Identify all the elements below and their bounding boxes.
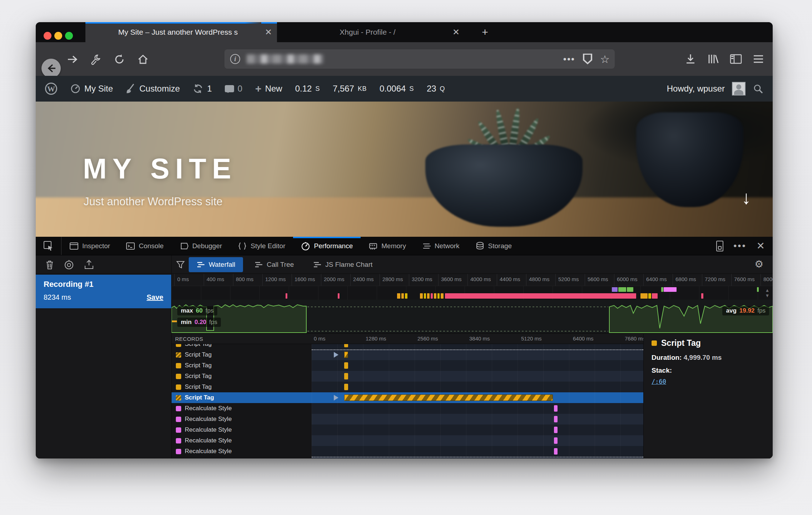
timeline-marker bbox=[401, 293, 404, 299]
record-waterfall-cell bbox=[312, 435, 643, 446]
page-actions-icon[interactable]: ••• bbox=[563, 54, 575, 65]
record-row[interactable]: Recalculate Style bbox=[172, 403, 643, 414]
tab-xhgui[interactable]: Xhgui - Profile - / ✕ bbox=[277, 22, 465, 42]
home-icon[interactable] bbox=[137, 54, 149, 65]
zoom-window-button[interactable] bbox=[65, 32, 73, 40]
timeline-marker bbox=[427, 293, 430, 299]
wp-admin-bar: W My Site Customize 1 0 + New 0.12S bbox=[36, 76, 773, 102]
record-label: Script Tag bbox=[185, 351, 212, 358]
url-text-blurred bbox=[247, 54, 323, 64]
overview-markers[interactable] bbox=[172, 286, 773, 300]
tab-my-site[interactable]: My Site – Just another WordPress s ✕ bbox=[85, 22, 277, 42]
detail-stack-label: Stack: bbox=[652, 367, 773, 374]
record-waterfall-cell bbox=[312, 425, 643, 435]
record-waterfall-cell bbox=[312, 344, 643, 349]
record-label: Script Tag bbox=[185, 362, 212, 369]
import-recording-icon[interactable] bbox=[84, 259, 94, 270]
devtools-tab-performance[interactable]: Performance bbox=[293, 237, 361, 255]
devtools-tab-console[interactable]: Console bbox=[118, 237, 172, 255]
info-icon[interactable]: i bbox=[230, 54, 240, 64]
record-row[interactable]: Script Tag bbox=[172, 382, 643, 392]
new-tab-button[interactable]: + bbox=[478, 26, 492, 39]
fps-graph[interactable]: max 60 fps min 0.20 fps avg 19.92 fps bbox=[172, 300, 773, 333]
avatar[interactable] bbox=[732, 82, 746, 95]
admin-item-label: New bbox=[265, 84, 282, 94]
overview-tick: 6400 ms bbox=[643, 274, 667, 286]
record-bar bbox=[344, 384, 348, 390]
record-row[interactable]: Script Tag bbox=[172, 371, 643, 382]
admin-item-comments[interactable]: 0 bbox=[225, 84, 242, 94]
record-bar bbox=[344, 362, 348, 369]
wrench-icon[interactable] bbox=[90, 54, 102, 65]
devtools-tab-memory[interactable]: Memory bbox=[361, 237, 414, 255]
view-tab-waterfall[interactable]: Waterfall bbox=[189, 257, 243, 272]
view-tab-js-flame-chart[interactable]: JS Flame Chart bbox=[305, 257, 380, 272]
close-window-button[interactable] bbox=[44, 32, 51, 40]
menu-icon[interactable] bbox=[753, 54, 764, 64]
record-type-swatch bbox=[176, 427, 181, 433]
stack-frame-link[interactable]: /:60 bbox=[652, 378, 773, 385]
bookmark-star-icon[interactable]: ☆ bbox=[600, 53, 610, 65]
download-icon[interactable] bbox=[685, 53, 696, 65]
scroll-down-arrow-icon[interactable]: ↓ bbox=[742, 187, 751, 208]
devtools-tab-style-editor[interactable]: Style Editor bbox=[230, 237, 293, 255]
memory-icon bbox=[368, 241, 378, 251]
howdy-label[interactable]: Howdy, wpuser bbox=[667, 84, 725, 94]
record-icon[interactable] bbox=[64, 259, 74, 270]
devtools-tab-storage[interactable]: Storage bbox=[467, 237, 520, 255]
overview-tick: 1600 ms bbox=[292, 274, 315, 286]
devtools-tab-debugger[interactable]: Debugger bbox=[172, 237, 230, 255]
devtools-tab-label: Network bbox=[435, 242, 460, 250]
recording-item[interactable]: Recording #1 8234 ms Save bbox=[36, 275, 171, 308]
library-icon[interactable] bbox=[707, 53, 719, 65]
record-row[interactable]: Script Tag bbox=[172, 349, 643, 360]
sidebar-icon[interactable] bbox=[730, 54, 742, 64]
pocket-icon[interactable] bbox=[583, 54, 592, 64]
save-recording-link[interactable]: Save bbox=[147, 293, 163, 301]
overview-tick: 3200 ms bbox=[409, 274, 432, 286]
clear-recordings-icon[interactable] bbox=[45, 259, 54, 270]
close-tab-icon[interactable]: ✕ bbox=[452, 28, 460, 36]
record-row[interactable]: Recalculate Style bbox=[172, 446, 643, 457]
admin-item-new[interactable]: + New bbox=[255, 83, 282, 95]
inspector-icon bbox=[69, 241, 79, 251]
view-tab-call-tree[interactable]: Call Tree bbox=[247, 257, 302, 272]
admin-item-updates[interactable]: 1 bbox=[193, 83, 212, 94]
expand-arrow-icon[interactable] bbox=[334, 395, 338, 401]
element-picker-button[interactable] bbox=[36, 237, 61, 255]
expand-arrow-icon[interactable] bbox=[334, 352, 338, 358]
devtools-tab-label: Style Editor bbox=[251, 242, 285, 250]
urlbar[interactable]: i ••• ☆ bbox=[224, 49, 615, 69]
reload-icon[interactable] bbox=[114, 54, 125, 65]
devtools-options-icon[interactable]: ••• bbox=[733, 240, 746, 251]
devtools-tab-inspector[interactable]: Inspector bbox=[61, 237, 118, 255]
admin-item-my-site[interactable]: My Site bbox=[70, 83, 113, 94]
overview-tick: 5200 ms bbox=[555, 274, 579, 286]
record-row[interactable]: Script Tag bbox=[172, 360, 643, 371]
overview-scroll-arrows[interactable]: ▲▼ bbox=[763, 287, 771, 299]
forward-icon[interactable] bbox=[66, 54, 78, 65]
timeline-marker bbox=[612, 287, 618, 292]
devtools-close-icon[interactable]: ✕ bbox=[757, 240, 765, 252]
devtools-tab-network[interactable]: Network bbox=[414, 237, 467, 255]
site-hero: MY SITE Just another WordPress site ↓ bbox=[36, 102, 773, 237]
admin-item-customize[interactable]: Customize bbox=[126, 83, 180, 94]
record-waterfall-cell bbox=[312, 371, 643, 382]
performance-settings-icon[interactable]: ⚙ bbox=[754, 258, 763, 270]
record-row[interactable]: Recalculate Style bbox=[172, 425, 643, 435]
minimize-window-button[interactable] bbox=[54, 32, 62, 40]
back-button[interactable] bbox=[41, 59, 61, 78]
record-row-selected[interactable]: Script Tag bbox=[172, 392, 643, 403]
waterfall-tick: 1280 ms bbox=[366, 335, 386, 342]
record-label: Recalculate Style bbox=[185, 437, 232, 444]
record-row[interactable]: Script Tag bbox=[172, 344, 643, 349]
wp-logo-icon[interactable]: W bbox=[45, 83, 57, 95]
search-icon[interactable] bbox=[753, 83, 763, 94]
close-tab-icon[interactable]: ✕ bbox=[265, 28, 272, 36]
filter-icon[interactable] bbox=[176, 260, 185, 269]
record-row[interactable]: Recalculate Style bbox=[172, 414, 643, 425]
responsive-design-mode-icon[interactable] bbox=[716, 241, 723, 251]
timeline-marker bbox=[640, 293, 648, 299]
recordings-sidebar: Recording #1 8234 ms Save bbox=[36, 274, 172, 458]
record-row[interactable]: Recalculate Style bbox=[172, 435, 643, 446]
